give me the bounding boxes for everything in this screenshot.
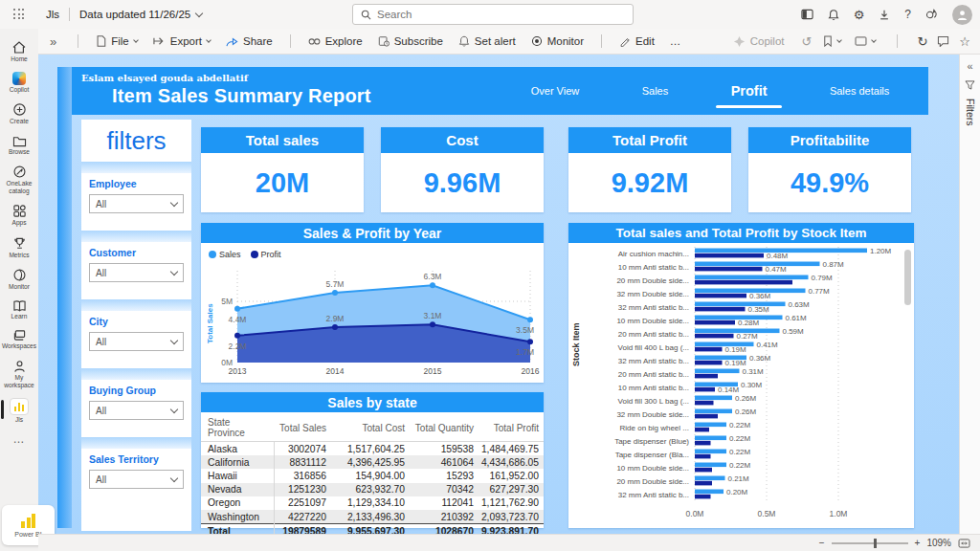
column-header[interactable]: State Province	[201, 414, 274, 442]
tab-sales-details[interactable]: Sales details	[828, 81, 891, 100]
profit-bar[interactable]	[695, 267, 763, 272]
profit-bar[interactable]	[695, 387, 715, 392]
view-menu-button[interactable]	[853, 29, 878, 54]
zoom-slider[interactable]	[832, 542, 908, 544]
nav-item-jls-report[interactable]: Jls	[0, 394, 38, 429]
global-search[interactable]	[352, 4, 634, 25]
city-dropdown[interactable]: All	[89, 332, 184, 351]
profit-bar[interactable]	[695, 320, 735, 325]
profit-bar[interactable]	[695, 481, 712, 486]
nav-item-browse[interactable]: Browse	[0, 131, 38, 161]
sales-bar[interactable]	[695, 436, 726, 441]
profit-bar[interactable]	[695, 253, 764, 258]
sales-bar[interactable]	[695, 423, 726, 428]
profit-bar[interactable]	[695, 280, 792, 285]
nav-item-metrics[interactable]: Metrics	[0, 232, 38, 264]
table-row[interactable]: Washington42272202,133,496.302103922,093…	[201, 510, 544, 524]
profit-bar[interactable]	[695, 414, 718, 419]
fit-to-page-icon[interactable]	[958, 539, 970, 548]
tab-profit[interactable]: Profit	[729, 79, 769, 102]
download-icon[interactable]	[879, 9, 890, 21]
expand-filters-button[interactable]: «	[967, 60, 972, 72]
sales-bar[interactable]	[695, 276, 809, 280]
gear-icon[interactable]: ⚙	[854, 9, 865, 21]
kpi-total-sales[interactable]: Total sales 20M	[201, 127, 364, 212]
tab-sales[interactable]: Sales	[640, 81, 671, 100]
table-row[interactable]: Nevada1251230623,932.7070342627,297.30	[201, 483, 544, 496]
nav-item-onelake-catalog[interactable]: OneLake catalog	[0, 161, 38, 200]
bookmarks-button[interactable]	[821, 29, 843, 54]
tab-over-view[interactable]: Over View	[529, 81, 582, 100]
comments-icon[interactable]	[937, 35, 949, 47]
column-header[interactable]: Total Sales	[274, 414, 331, 442]
scrollbar-thumb[interactable]	[904, 250, 911, 305]
sales-profit-by-year-card[interactable]: Sales & Profit by Year Sales Profit 4.4M…	[201, 223, 544, 383]
profit-bar[interactable]	[695, 347, 723, 352]
profit-bar[interactable]	[695, 294, 746, 298]
expand-pages-button[interactable]: »	[38, 29, 68, 54]
customer-dropdown[interactable]: All	[89, 263, 184, 282]
sales-bar[interactable]	[695, 463, 726, 468]
edit-button[interactable]: Edit	[612, 29, 662, 54]
profit-bar[interactable]	[695, 401, 714, 406]
profit-bar[interactable]	[695, 454, 711, 459]
profit-point[interactable]	[527, 339, 533, 344]
refresh-icon[interactable]: ↻	[917, 35, 927, 48]
monitor-button[interactable]: Monitor	[523, 29, 591, 54]
profit-bar[interactable]	[695, 307, 746, 312]
reset-icon[interactable]: ↺	[802, 35, 813, 48]
employee-dropdown[interactable]: All	[89, 194, 184, 213]
stock-item-bar-card[interactable]: Total sales and Total Profit by Stock It…	[568, 223, 914, 528]
side-panel-icon[interactable]	[801, 9, 813, 20]
sales-bar[interactable]	[695, 396, 732, 401]
sales-bar[interactable]	[695, 450, 726, 454]
sales-point[interactable]	[430, 282, 435, 288]
profit-bar[interactable]	[695, 441, 711, 446]
sales-bar[interactable]	[695, 262, 820, 267]
bell-icon[interactable]	[828, 9, 839, 21]
profit-bar[interactable]	[695, 428, 709, 432]
nav-item-create[interactable]: Create	[0, 99, 38, 130]
table-row[interactable]: Oregon22510971,129,334.101120411,121,762…	[201, 496, 544, 510]
table-row[interactable]: California88311124,396,425.954610644,434…	[201, 455, 544, 469]
subscribe-button[interactable]: Subscribe	[370, 29, 451, 54]
nav-item-my-workspace[interactable]: My workspace	[0, 356, 38, 394]
sales-point[interactable]	[332, 290, 338, 296]
explore-button[interactable]: Explore	[301, 29, 370, 54]
share-button[interactable]: Share	[218, 29, 280, 54]
sales-bar[interactable]	[695, 476, 725, 481]
sales-bar[interactable]	[695, 369, 740, 374]
sales-by-state-table[interactable]: State ProvinceTotal SalesTotal CostTotal…	[201, 414, 544, 534]
sales-bar[interactable]	[695, 409, 732, 414]
kpi-cost[interactable]: Cost 9.96M	[381, 127, 544, 212]
stock-item-bar-chart[interactable]: Air cushion machin...1.20M0.48M10 mm Ant…	[568, 245, 914, 526]
kpi-total-profit[interactable]: Total Profit 9.92M	[568, 127, 731, 212]
more-options-button[interactable]: …	[662, 29, 690, 54]
profit-bar[interactable]	[695, 495, 711, 499]
profit-bar[interactable]	[695, 374, 718, 379]
help-icon[interactable]: ?	[904, 9, 911, 20]
zoom-out-button[interactable]: −	[819, 538, 825, 548]
sales-bar[interactable]	[695, 490, 724, 495]
profit-point[interactable]	[234, 333, 240, 339]
nav-item-home[interactable]: Home	[0, 36, 38, 68]
nav-item-learn[interactable]: Learn	[0, 296, 38, 325]
nav-item-apps[interactable]: Apps	[0, 200, 38, 231]
nav-item-copilot[interactable]: Copilot	[0, 68, 38, 99]
nav-item-monitor[interactable]: Monitor	[0, 264, 38, 296]
sales-by-state-card[interactable]: Sales by state State ProvinceTotal Sales…	[201, 392, 544, 528]
column-header[interactable]: Total Profit	[479, 414, 544, 442]
profit-bar[interactable]	[695, 468, 712, 473]
data-updated-control[interactable]: Data updated 11/26/25	[79, 9, 202, 20]
zoom-slider-thumb[interactable]	[874, 539, 877, 548]
chart-scrollbar[interactable]	[904, 250, 911, 518]
copilot-button[interactable]: Copilot	[725, 29, 792, 54]
search-input[interactable]	[377, 9, 625, 20]
feedback-icon[interactable]	[925, 9, 938, 21]
profit-point[interactable]	[332, 324, 338, 330]
table-row[interactable]: Hawaii316856154,904.0015293161,952.00	[201, 469, 544, 482]
set-alert-button[interactable]: Set alert	[451, 29, 523, 54]
buying-group-dropdown[interactable]: All	[89, 401, 184, 420]
sales-point[interactable]	[527, 317, 533, 322]
waffle-icon[interactable]	[13, 9, 25, 20]
